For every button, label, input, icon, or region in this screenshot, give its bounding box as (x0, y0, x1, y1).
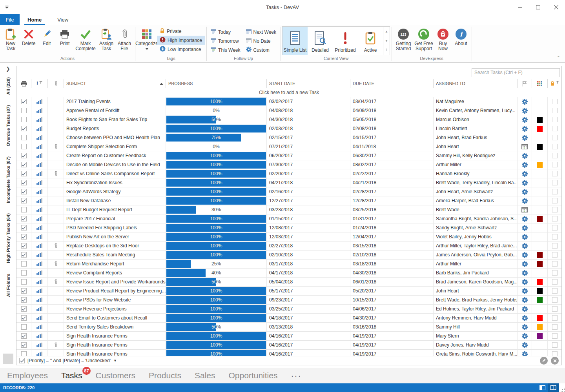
task-complete-checkbox[interactable] (16, 214, 31, 223)
custom-flag-gear-icon[interactable] (518, 169, 532, 178)
custom-flag-gear-icon[interactable] (518, 269, 532, 278)
task-subject[interactable]: Choose between PPO and HMO Health Plan (64, 133, 166, 142)
task-subject[interactable]: Return Merchandise Report (64, 260, 166, 269)
custom-flag-gear-icon[interactable] (518, 287, 532, 296)
private-checkbox[interactable] (548, 314, 561, 323)
custom-button[interactable]: Custom (243, 45, 279, 54)
table-row[interactable]: Return Merchandise Report25%25%03/17/201… (16, 260, 561, 269)
category-swatch[interactable] (532, 296, 548, 305)
private-checkbox[interactable] (548, 350, 561, 356)
category-swatch[interactable] (532, 341, 548, 350)
task-subject[interactable]: Direct vs Online Sales Comparison Report (64, 169, 166, 178)
private-checkbox[interactable] (548, 232, 561, 241)
category-swatch[interactable] (532, 151, 548, 160)
category-swatch[interactable] (532, 124, 548, 133)
task-complete-checkbox[interactable] (16, 106, 31, 115)
table-row[interactable]: Replace Desktops on the 3rd Floor100%100… (16, 241, 561, 250)
task-complete-checkbox[interactable] (16, 115, 31, 124)
task-complete-checkbox[interactable] (16, 269, 31, 278)
category-swatch[interactable] (532, 214, 548, 223)
task-complete-checkbox[interactable] (16, 178, 31, 187)
table-row[interactable]: Google AdWords Strategy100%100%02/16/201… (16, 187, 561, 196)
table-row[interactable]: Approve Rental of Forklift0%04/08/201804… (16, 106, 561, 115)
task-complete-checkbox[interactable] (16, 160, 31, 169)
custom-flag-gear-icon[interactable] (518, 214, 532, 223)
task-complete-checkbox[interactable] (16, 97, 31, 106)
nav-item-all-folders[interactable]: All Folders (6, 274, 11, 297)
category-swatch[interactable] (532, 332, 548, 341)
category-swatch[interactable] (532, 133, 548, 142)
task-complete-checkbox[interactable] (16, 250, 31, 260)
private-checkbox[interactable] (548, 169, 561, 178)
task-subject[interactable]: Install New Database (64, 196, 166, 205)
tab-view[interactable]: View (49, 14, 76, 25)
category-swatch[interactable] (532, 205, 548, 214)
task-complete-checkbox[interactable] (16, 232, 31, 241)
print-button[interactable]: Print (56, 26, 74, 55)
task-subject[interactable]: Decide on Mobile Devices to Use in the F… (64, 160, 166, 169)
custom-flag-gear-icon[interactable] (518, 133, 532, 142)
task-complete-checkbox[interactable] (16, 133, 31, 142)
category-swatch[interactable] (532, 278, 548, 287)
task-subject[interactable]: PSD Needed For Shipping Labels (64, 223, 166, 232)
category-swatch[interactable] (532, 106, 548, 115)
category-swatch[interactable] (532, 314, 548, 323)
private-checkbox[interactable] (548, 250, 561, 260)
view-detailed[interactable]: Detailed (308, 27, 333, 55)
tab-products[interactable]: Products (149, 371, 181, 380)
custom-flag-gear-icon[interactable] (518, 314, 532, 323)
clear-filter-button[interactable] (551, 357, 559, 365)
view-simple-list[interactable]: Simple List (282, 27, 308, 55)
table-row[interactable]: Review PSDs for New Website100%100%09/23… (16, 296, 561, 305)
table-row[interactable]: Send Email to Customers about Recall100%… (16, 314, 561, 323)
custom-flag-gear-icon[interactable] (518, 115, 532, 124)
tab-opportunities[interactable]: Opportunities (229, 371, 278, 380)
assigned-to-column-header[interactable]: ASSIGNED TO (434, 79, 518, 88)
custom-flag-gear-icon[interactable] (518, 296, 532, 305)
private-checkbox[interactable] (548, 97, 561, 106)
category-swatch[interactable] (532, 323, 548, 332)
category-swatch[interactable] (532, 142, 548, 151)
task-subject[interactable]: Reschedule Sales Team Meeting (64, 250, 166, 260)
task-subject[interactable]: Sign Health Insurance Forms (64, 332, 166, 341)
mark-complete-button[interactable]: Mark Complete (74, 26, 97, 55)
table-row[interactable]: Review Issue Report and Provide Workarou… (16, 278, 561, 287)
priority-column-header[interactable]: ! (31, 79, 48, 88)
category-swatch[interactable] (532, 232, 548, 241)
gallery-scroll-down-icon[interactable]: ▼ (383, 36, 390, 45)
table-row[interactable]: Sign Health Insurance Forms100%100%04/16… (16, 350, 561, 356)
private-checkbox[interactable] (548, 323, 561, 332)
task-complete-checkbox[interactable] (16, 341, 31, 350)
private-column-header[interactable] (548, 79, 561, 88)
task-complete-checkbox[interactable] (16, 314, 31, 323)
task-complete-checkbox[interactable] (16, 151, 31, 160)
calendar-flag-icon[interactable] (518, 205, 532, 214)
task-complete-checkbox[interactable] (16, 205, 31, 214)
category-column-header[interactable] (532, 79, 548, 88)
task-subject[interactable]: Create Report on Customer Feedback (64, 151, 166, 160)
task-subject[interactable]: Sign Health Insurance Forms (64, 341, 166, 350)
private-checkbox[interactable] (548, 115, 561, 124)
add-new-task-row[interactable]: Click here to add a new Task (16, 88, 561, 97)
tab-more[interactable]: ··· (291, 371, 301, 380)
category-swatch[interactable] (532, 115, 548, 124)
table-row[interactable]: Budget Reports100%100%02/03/201802/08/20… (16, 124, 561, 133)
task-subject[interactable]: 2017 Training Events (64, 97, 166, 106)
table-row[interactable]: Direct vs Online Sales Comparison Report… (16, 169, 561, 178)
task-complete-checkbox[interactable] (16, 332, 31, 341)
calendar-flag-icon[interactable] (518, 142, 532, 151)
task-complete-checkbox[interactable] (16, 223, 31, 232)
custom-flag-gear-icon[interactable] (518, 241, 532, 250)
nav-item-overdue-tasks[interactable]: Overdue Tasks (87) (6, 105, 11, 146)
task-complete-checkbox[interactable] (16, 350, 31, 356)
task-complete-checkbox[interactable] (16, 287, 31, 296)
task-subject[interactable]: Review Revenue Projections (64, 305, 166, 314)
progress-column-header[interactable]: PROGRESS (166, 79, 267, 88)
edit-filter-button[interactable] (540, 357, 548, 365)
private-checkbox[interactable] (548, 151, 561, 160)
task-complete-checkbox[interactable] (16, 305, 31, 314)
categorize-button[interactable]: Categorize (137, 26, 157, 55)
tab-tasks[interactable]: Tasks 87 (61, 371, 82, 380)
table-row[interactable]: Book Flights to San Fran for Sales Trip5… (16, 115, 561, 124)
category-swatch[interactable] (532, 269, 548, 278)
